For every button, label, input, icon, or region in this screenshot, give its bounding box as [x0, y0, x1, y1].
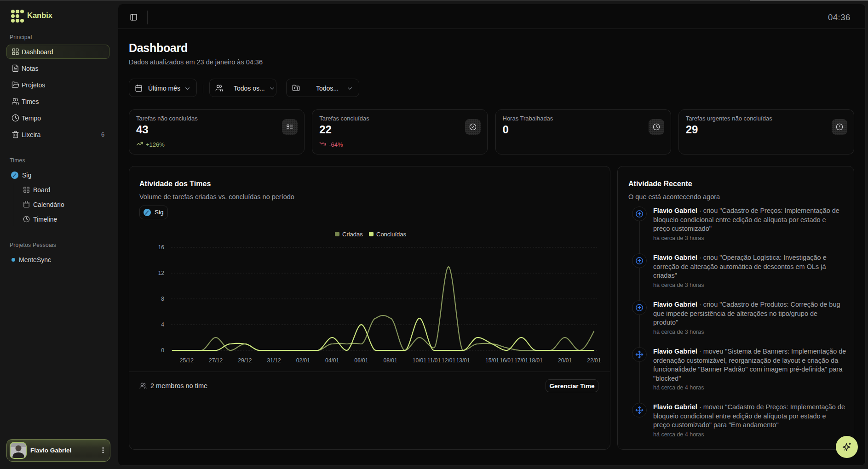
svg-text:25/12: 25/12: [180, 357, 194, 364]
svg-text:11/01: 11/01: [427, 357, 441, 364]
svg-text:15/01: 15/01: [485, 357, 499, 364]
svg-text:08/01: 08/01: [384, 357, 397, 364]
svg-text:22/01: 22/01: [587, 357, 601, 364]
svg-text:02/01: 02/01: [296, 357, 310, 364]
svg-text:06/01: 06/01: [354, 357, 368, 364]
svg-text:8: 8: [161, 296, 164, 302]
svg-text:16/01: 16/01: [500, 357, 514, 364]
svg-text:31/12: 31/12: [267, 357, 281, 364]
svg-text:27/12: 27/12: [209, 357, 223, 364]
svg-text:10/01: 10/01: [413, 357, 426, 364]
svg-text:12: 12: [158, 270, 165, 276]
svg-text:29/12: 29/12: [238, 357, 252, 364]
svg-text:13/01: 13/01: [456, 357, 470, 364]
svg-text:4: 4: [161, 321, 164, 328]
svg-text:0: 0: [161, 347, 164, 354]
svg-text:16: 16: [158, 244, 165, 251]
svg-text:20/01: 20/01: [558, 357, 572, 364]
svg-text:12/01: 12/01: [442, 357, 455, 364]
svg-text:18/01: 18/01: [529, 357, 543, 364]
svg-text:17/01: 17/01: [514, 357, 528, 364]
svg-text:04/01: 04/01: [325, 357, 339, 364]
